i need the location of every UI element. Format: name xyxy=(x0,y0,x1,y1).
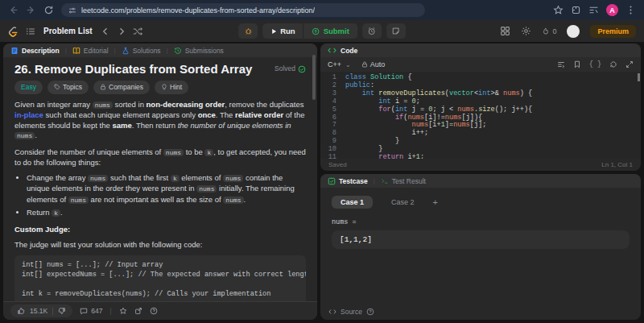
debug-button[interactable] xyxy=(238,23,258,39)
leetcode-logo[interactable] xyxy=(8,25,19,38)
cursor-position: Ln 1, Col 1 xyxy=(601,161,633,168)
timer-icon xyxy=(367,27,376,35)
editor-status-bar: Saved Ln 1, Col 1 xyxy=(320,159,641,171)
source-label[interactable]: Source xyxy=(341,308,362,316)
description-icon xyxy=(10,47,19,55)
case-2-tab[interactable]: Case 2 xyxy=(382,196,423,209)
source-help-icon[interactable] xyxy=(366,308,374,316)
back-icon[interactable] xyxy=(8,5,19,15)
testcase-input[interactable]: [1,1,2] xyxy=(332,230,630,249)
tab-description[interactable]: Description xyxy=(10,47,60,55)
editor-scrollbar[interactable] xyxy=(638,73,640,81)
share-icon[interactable] xyxy=(134,307,142,315)
chevron-down-icon[interactable]: ⌄ xyxy=(345,61,351,68)
run-button[interactable]: Run xyxy=(262,23,303,39)
topics-tag[interactable]: Topics xyxy=(47,81,89,94)
flame-icon xyxy=(542,27,550,36)
tab-editorial[interactable]: Editorial xyxy=(72,47,109,55)
description-footer: 15.1K 647 | xyxy=(3,301,317,320)
solved-badge: Solved xyxy=(275,64,306,74)
auto-save-toggle[interactable]: Auto xyxy=(361,60,386,68)
code-panel-header: Code xyxy=(320,43,641,57)
hint-tag[interactable]: Hint xyxy=(155,81,188,94)
prev-problem-icon[interactable] xyxy=(101,27,110,36)
shuffle-icon[interactable] xyxy=(133,27,142,36)
browser-profile-avatar[interactable]: A xyxy=(606,4,618,16)
language-selector[interactable]: C++ xyxy=(328,60,341,68)
judge-intro: The judge will test your solution with t… xyxy=(14,240,306,251)
favorite-star-icon[interactable] xyxy=(119,307,127,315)
address-bar[interactable]: leetcode.com/problems/remove-duplicates-… xyxy=(61,3,425,17)
premium-button[interactable]: Premium xyxy=(590,25,636,38)
thumbs-down-icon[interactable] xyxy=(58,307,66,315)
play-icon xyxy=(270,28,277,35)
list-item: Change the array nums such that the firs… xyxy=(27,173,306,206)
saved-status: Saved xyxy=(328,161,347,168)
case-1-tab[interactable]: Case 1 xyxy=(332,196,373,209)
testcase-panel: Testcase | Test Result Case 1 Case 2 + n… xyxy=(320,174,641,320)
bookmark-icon[interactable] xyxy=(573,60,581,68)
timer-button[interactable] xyxy=(362,23,382,39)
custom-judge-heading: Custom Judge: xyxy=(14,225,306,235)
judge-code-block: int[] nums = [...]; // Input array int[]… xyxy=(14,255,306,302)
reset-code-icon[interactable] xyxy=(609,60,617,68)
side-panel-icon[interactable] xyxy=(588,5,599,15)
problem-list-icon[interactable] xyxy=(26,27,35,36)
problem-list-label[interactable]: Problem List xyxy=(43,27,93,35)
code-editor[interactable]: 1class Solution {2public:3 int removeDup… xyxy=(320,72,641,159)
tab-test-result[interactable]: Test Result xyxy=(381,177,426,185)
reload-icon[interactable] xyxy=(43,5,54,15)
comments-count: 647 xyxy=(91,307,102,315)
upload-icon xyxy=(312,27,320,35)
extensions-icon[interactable] xyxy=(571,5,581,15)
testcase-tab-bar: Testcase | Test Result xyxy=(320,174,641,188)
auto-label: Auto xyxy=(370,60,386,68)
site-info-icon[interactable] xyxy=(68,6,76,14)
comments-group[interactable]: 647 xyxy=(80,307,102,315)
debug-bug-icon xyxy=(244,27,253,35)
tab-solutions[interactable]: Solutions xyxy=(122,47,161,55)
fullscreen-icon[interactable] xyxy=(625,60,634,68)
tab-submissions[interactable]: Submissions xyxy=(174,47,224,55)
lock-icon xyxy=(100,84,106,90)
testcase-footer: Source xyxy=(320,304,641,320)
editor-toolbar: C++ ⌄ Auto { } xyxy=(320,57,641,72)
notes-button[interactable] xyxy=(386,23,406,39)
app-header: Problem List Run Submit xyxy=(0,20,644,42)
paragraph-intro: Given an integer array nums sorted in no… xyxy=(14,100,306,142)
hint-label: Hint xyxy=(170,82,182,93)
difficulty-badge[interactable]: Easy xyxy=(14,81,43,94)
format-code-icon[interactable] xyxy=(557,60,565,68)
submit-button[interactable]: Submit xyxy=(303,23,357,39)
add-case-button[interactable]: + xyxy=(433,197,438,207)
user-avatar[interactable] xyxy=(567,25,580,38)
streak-counter[interactable]: 0 xyxy=(542,27,556,36)
settings-gear-icon[interactable] xyxy=(521,26,531,36)
problem-description[interactable]: 26. Remove Duplicates from Sorted Array … xyxy=(3,57,317,301)
description-scrollbar[interactable] xyxy=(312,55,316,100)
tab-editorial-label: Editorial xyxy=(84,47,109,55)
solved-check-icon xyxy=(298,65,306,73)
tab-description-label: Description xyxy=(22,47,60,55)
forward-icon[interactable] xyxy=(26,5,36,15)
topics-label: Topics xyxy=(63,82,82,93)
layout-grid-icon[interactable] xyxy=(500,26,510,36)
tab-solutions-label: Solutions xyxy=(133,47,161,55)
case-tabs: Case 1 Case 2 + xyxy=(320,188,641,209)
bookmark-star-icon[interactable] xyxy=(553,5,564,15)
browser-menu-icon[interactable] xyxy=(625,5,636,15)
snippets-icon[interactable]: { } xyxy=(589,60,601,68)
terminal-icon xyxy=(381,177,389,185)
editor-line[interactable]: 11 return i+1; xyxy=(320,154,641,159)
companies-tag[interactable]: Companies xyxy=(93,81,150,94)
requirements-list: Change the array nums such that the firs… xyxy=(14,173,306,219)
tab-testcase[interactable]: Testcase xyxy=(328,177,368,185)
tab-submissions-label: Submissions xyxy=(185,47,224,55)
next-problem-icon[interactable] xyxy=(117,27,126,36)
browser-toolbar: leetcode.com/problems/remove-duplicates-… xyxy=(0,0,644,20)
lightbulb-icon xyxy=(161,84,167,90)
feedback-icon[interactable] xyxy=(150,307,158,315)
source-code-icon xyxy=(328,308,336,316)
thumbs-up-icon[interactable] xyxy=(17,307,25,315)
submissions-icon xyxy=(174,47,182,55)
